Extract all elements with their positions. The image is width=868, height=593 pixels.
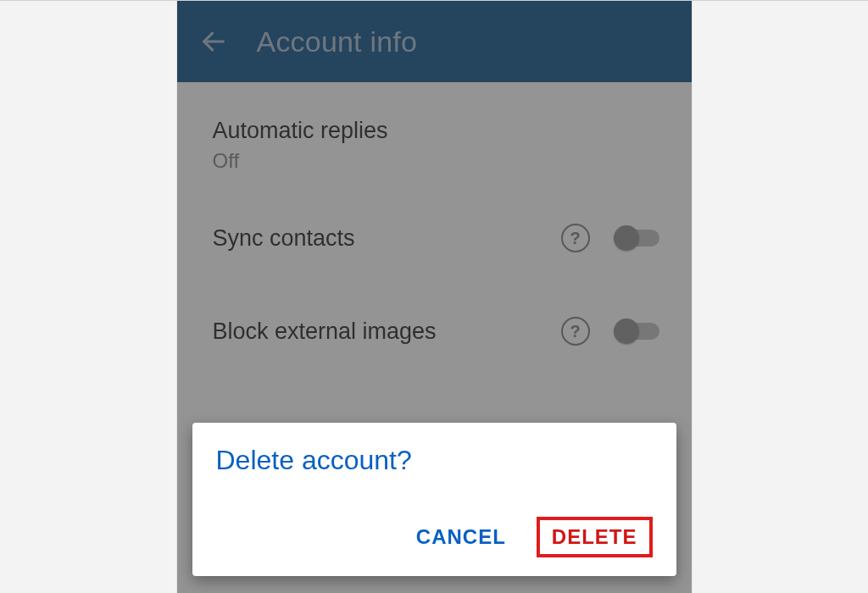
delete-account-dialog: Delete account? CANCEL DELETE: [192, 423, 676, 576]
delete-button[interactable]: DELETE: [537, 517, 653, 557]
dialog-title: Delete account?: [216, 445, 653, 476]
device-frame: Account info Automatic replies Off Sync …: [176, 1, 693, 593]
cancel-button[interactable]: CANCEL: [406, 518, 516, 556]
dialog-container: Delete account? CANCEL DELETE: [192, 423, 676, 576]
dialog-actions: CANCEL DELETE: [216, 517, 653, 557]
